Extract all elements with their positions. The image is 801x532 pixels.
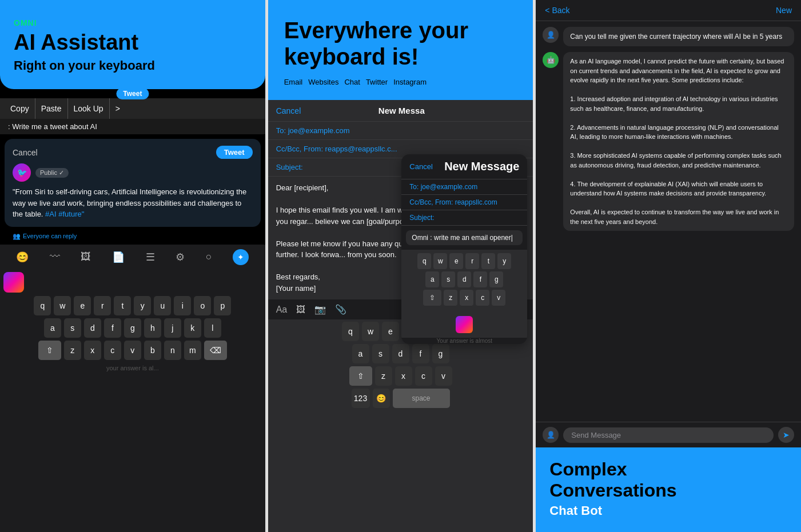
key-i[interactable]: i: [174, 296, 191, 315]
new-msg-cc-field: Cc/Bcc, From: reappsllc.com: [401, 195, 527, 210]
key-y[interactable]: y: [134, 296, 151, 315]
key-b[interactable]: b: [144, 341, 161, 360]
new-msg-title: New Message: [444, 160, 519, 173]
nm-key-q[interactable]: q: [417, 253, 431, 269]
send-input[interactable]: Send Message: [563, 427, 774, 443]
new-msg-cancel-button[interactable]: Cancel: [409, 162, 432, 171]
key-k[interactable]: k: [184, 318, 201, 338]
key-a[interactable]: a: [44, 318, 61, 338]
twitter-cancel-button[interactable]: Cancel: [13, 148, 38, 157]
key-u[interactable]: u: [154, 296, 171, 315]
chat-messages: 👤 Can you tell me given the current traj…: [536, 21, 801, 422]
photo-icon[interactable]: 🖼: [296, 305, 305, 315]
nm-shift-key[interactable]: ⇧: [423, 290, 441, 306]
nm-key-r[interactable]: r: [465, 253, 479, 269]
e2-key-z[interactable]: z: [375, 366, 392, 386]
key-g[interactable]: g: [124, 318, 141, 338]
email-cancel-button[interactable]: Cancel: [276, 106, 301, 115]
twitter-compose-card: Cancel Tweet 🐦 Public ✓ "From Siri to se…: [5, 139, 261, 227]
key-e[interactable]: e: [74, 296, 91, 315]
key-r[interactable]: r: [94, 296, 111, 315]
new-msg-prompt[interactable]: Omni : write me an email opener|: [406, 230, 523, 245]
new-button[interactable]: New: [776, 6, 792, 15]
twitter-tweet-button[interactable]: Tweet: [216, 146, 253, 159]
format-icon[interactable]: Aa: [276, 305, 288, 315]
e2-key-x[interactable]: x: [395, 366, 412, 386]
context-menu-bar: Tweet Copy Paste Look Up >: [0, 98, 265, 119]
doc-icon[interactable]: 📄: [112, 251, 125, 263]
avatar: 🐦: [13, 163, 31, 182]
wave-icon[interactable]: 〰: [50, 251, 60, 263]
new-message-panel: Cancel New Message To: joe@example.com C…: [401, 154, 527, 344]
e2-space-key[interactable]: space: [393, 389, 450, 408]
keyboard-area: q w e r t y u i o p a s d f g h j k l ⇧ …: [0, 270, 265, 532]
nm-key-e[interactable]: e: [449, 253, 463, 269]
e2-key-g[interactable]: g: [432, 344, 449, 363]
key-h[interactable]: h: [144, 318, 161, 338]
panel-2: Everywhere your keyboard is! Email Websi…: [266, 0, 535, 532]
nm-key-d[interactable]: d: [457, 271, 471, 287]
public-badge[interactable]: Public ✓: [35, 168, 69, 178]
twitter-card-header: Cancel Tweet: [13, 146, 253, 159]
e2-key-d[interactable]: d: [392, 344, 409, 363]
nm-key-a[interactable]: a: [425, 271, 439, 287]
key-s[interactable]: s: [64, 318, 81, 338]
paste-button[interactable]: Paste: [35, 98, 68, 119]
e2-key-w[interactable]: w: [362, 322, 379, 341]
e2-key-q[interactable]: q: [342, 322, 359, 341]
nm-key-y[interactable]: y: [497, 253, 511, 269]
lookup-button[interactable]: Look Up: [68, 98, 110, 119]
settings-icon[interactable]: ⚙: [176, 251, 185, 263]
key-w[interactable]: w: [54, 296, 71, 315]
key-c[interactable]: c: [104, 341, 121, 360]
e2-shift-key[interactable]: ⇧: [349, 366, 372, 386]
key-d[interactable]: d: [84, 318, 101, 338]
list-icon[interactable]: ☰: [146, 251, 155, 263]
camera-icon[interactable]: 📷: [314, 304, 326, 315]
key-l[interactable]: l: [204, 318, 221, 338]
key-t[interactable]: t: [114, 296, 131, 315]
panel-2-header: Everywhere your keyboard is! Email Websi…: [268, 0, 533, 100]
image-icon[interactable]: 🖼: [81, 251, 91, 263]
key-n[interactable]: n: [164, 341, 181, 360]
key-x[interactable]: x: [84, 341, 101, 360]
e2-key-f[interactable]: f: [412, 344, 429, 363]
key-v[interactable]: v: [124, 341, 141, 360]
e2-key-s[interactable]: s: [372, 344, 389, 363]
ai-button[interactable]: ✦: [233, 249, 249, 265]
back-button[interactable]: < Back: [545, 6, 569, 15]
circle-icon[interactable]: ○: [206, 251, 212, 263]
nm-key-z[interactable]: z: [444, 290, 457, 306]
e2-key-c[interactable]: c: [415, 366, 432, 386]
nm-key-w[interactable]: w: [433, 253, 447, 269]
key-q[interactable]: q: [34, 296, 51, 315]
e2-emoji-key[interactable]: 😊: [373, 389, 390, 408]
nm-key-t[interactable]: t: [481, 253, 495, 269]
nm-key-v[interactable]: v: [492, 290, 505, 306]
key-o[interactable]: o: [194, 296, 211, 315]
attach-icon[interactable]: 📎: [335, 304, 346, 315]
e2-num-key[interactable]: 123: [352, 389, 370, 408]
e2-key-v[interactable]: v: [435, 366, 452, 386]
emoji-icon[interactable]: 😊: [16, 251, 29, 263]
nm-key-c[interactable]: c: [476, 290, 489, 306]
backspace-key[interactable]: ⌫: [204, 341, 227, 360]
e2-key-e[interactable]: e: [382, 322, 399, 341]
key-f[interactable]: f: [104, 318, 121, 338]
key-z[interactable]: z: [64, 341, 81, 360]
send-button[interactable]: ➤: [778, 427, 794, 443]
key-j[interactable]: j: [164, 318, 181, 338]
shift-key[interactable]: ⇧: [38, 341, 61, 360]
e2-key-a[interactable]: a: [352, 344, 369, 363]
key-p[interactable]: p: [214, 296, 231, 315]
answer-almost2: Your answer is almost: [401, 338, 527, 344]
key-m[interactable]: m: [184, 341, 201, 360]
nm-key-f[interactable]: f: [473, 271, 487, 287]
nm-key-g[interactable]: g: [489, 271, 503, 287]
nm-key-s[interactable]: s: [441, 271, 455, 287]
copy-button[interactable]: Copy: [5, 98, 35, 119]
email-compose-header: Cancel New Messa: [268, 100, 533, 122]
footer-title: Complex Conversations: [549, 459, 787, 501]
more-button[interactable]: >: [110, 98, 126, 119]
nm-key-x[interactable]: x: [460, 290, 473, 306]
